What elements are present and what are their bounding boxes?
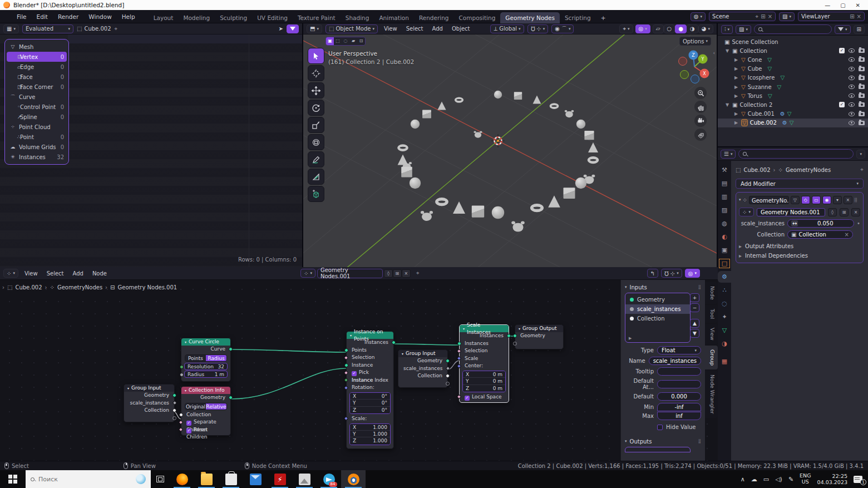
modifier-name-field[interactable]: GeometryNo...: [749, 196, 789, 204]
pick-instance-checkbox[interactable]: [352, 371, 357, 376]
curve-circle-mode-toggle[interactable]: PointsRadius: [185, 354, 227, 362]
outliner-mode-dropdown[interactable]: ▨▾: [736, 25, 751, 34]
geometry-node-editor[interactable]: ⁘▾ View Select Add Node ⁘▾ Geometry Node…: [0, 267, 718, 461]
outliner-row-icosphere[interactable]: ▶▽Icosphere▽: [718, 73, 868, 82]
new-copy-icon[interactable]: ⊞: [393, 269, 402, 278]
taskbar-store[interactable]: [219, 470, 243, 488]
node-scale-instances[interactable]: ▾Scale Instances Instances Instances Sel…: [459, 324, 509, 403]
hide-eye-icon[interactable]: [849, 67, 855, 71]
tab-compositing[interactable]: Compositing: [454, 12, 501, 23]
socket-virtual-output[interactable]: [172, 416, 176, 420]
shading-material-button[interactable]: ◑: [687, 24, 698, 33]
tool-select-box[interactable]: [308, 48, 324, 64]
tool-annotate[interactable]: [308, 151, 324, 167]
outliner-row-cube001[interactable]: ▶▽Cube.001⚙▽: [718, 110, 868, 119]
onedrive-icon[interactable]: ☁: [751, 476, 757, 483]
sidebar-tab-node-wrangler[interactable]: Node Wrangler: [705, 371, 718, 418]
dataset-row-curve[interactable]: ⌒Curve: [5, 92, 68, 102]
dataset-row-volume-grids[interactable]: ☁Volume Grids0: [5, 142, 68, 152]
type-dropdown[interactable]: Float▾: [657, 346, 701, 354]
properties-options-dropdown[interactable]: ▾: [856, 150, 865, 159]
taskbar-photos[interactable]: [292, 470, 317, 488]
inputs-panel-header[interactable]: ▾Inputs⣿: [625, 283, 701, 292]
viewport-instance-torus[interactable]: [588, 156, 599, 164]
scene-selector[interactable]: Scene ⌖ ⊞ ×: [709, 12, 776, 21]
pin-icon[interactable]: ⌖: [416, 270, 420, 277]
tab-rendering[interactable]: Rendering: [414, 12, 454, 23]
outliner-row-torus[interactable]: ▶▽Torus▽: [718, 91, 868, 100]
sidebar-tab-view[interactable]: View: [705, 324, 718, 344]
hide-eye-icon[interactable]: [849, 112, 855, 116]
editor-type-button[interactable]: ▦▾: [3, 24, 19, 33]
hide-eye-icon[interactable]: [849, 93, 855, 98]
editor-type-button[interactable]: ⁘▾: [3, 269, 18, 278]
node-instance-on-points[interactable]: ▾Instance on Points Instances Points Sel…: [346, 331, 394, 449]
object-eval-state-dropdown[interactable]: Evaluated▾: [22, 24, 73, 33]
dataset-row-control-point[interactable]: ◦Control Point0: [5, 102, 68, 112]
new-copy-icon[interactable]: ⊞: [840, 208, 849, 216]
nodetree-name-field[interactable]: Geometry Nodes.001: [317, 269, 383, 278]
snap-group[interactable]: Ω⊹▾: [527, 24, 549, 33]
reset-children-checkbox[interactable]: [186, 428, 191, 433]
unlink-icon[interactable]: ×: [402, 269, 411, 278]
tool-move[interactable]: [308, 82, 324, 98]
breadcrumb-modifier[interactable]: GeometryNodes: [786, 167, 831, 173]
viewlayer-selector[interactable]: ViewLayer ⊞ ×: [798, 12, 865, 21]
center-vector-fields[interactable]: X0 m Y0 m Z0 m: [462, 371, 506, 392]
dataset-row-point[interactable]: ∴Point0: [5, 132, 68, 142]
tab-uv-editing[interactable]: UV Editing: [252, 12, 293, 23]
expand-arrow[interactable]: ▶: [733, 120, 739, 125]
menu-edit[interactable]: Edit: [32, 12, 52, 22]
zoom-button[interactable]: [694, 87, 707, 99]
expand-arrow[interactable]: ▼: [724, 102, 730, 107]
expand-arrow[interactable]: ▼: [724, 48, 730, 53]
separate-children-checkbox[interactable]: [186, 421, 191, 426]
tab-object-data-icon[interactable]: ▽: [718, 324, 731, 336]
pin-scene-icon[interactable]: ⌖: [756, 13, 759, 20]
shading-wireframe-button[interactable]: ○: [664, 24, 675, 33]
render-camera-icon[interactable]: [859, 48, 865, 53]
viewport-instance-cone[interactable]: [533, 96, 541, 104]
min-value-field[interactable]: -inf: [657, 403, 701, 411]
tool-cursor[interactable]: [308, 65, 324, 81]
menu-view[interactable]: View: [22, 270, 41, 277]
tab-particles-icon[interactable]: ∴: [718, 284, 731, 296]
gizmo-neg-x-axis[interactable]: [679, 57, 687, 66]
menu-window[interactable]: Window: [84, 12, 116, 22]
render-camera-icon[interactable]: [859, 102, 865, 107]
mode-dropdown[interactable]: ⬚Object Mode▾: [326, 24, 378, 33]
menu-select[interactable]: Select: [44, 270, 67, 277]
shading-rendered-button[interactable]: ◕▾: [698, 24, 713, 33]
expand-arrow[interactable]: ▶: [733, 66, 739, 71]
breadcrumb-object[interactable]: Cube.002: [15, 284, 42, 290]
display-render-toggle[interactable]: ◉: [822, 196, 831, 204]
tab-viewlayer-icon[interactable]: ▨: [718, 204, 731, 216]
hide-eye-icon[interactable]: [849, 121, 855, 125]
tab-scripting[interactable]: Scripting: [560, 12, 596, 23]
render-camera-icon[interactable]: [859, 112, 865, 116]
collection-value-field[interactable]: ▣Collection×: [787, 230, 853, 239]
node-curve-circle[interactable]: ▾Curve Circle Curve PointsRadius Resolut…: [181, 338, 231, 382]
viewport-instance-cone[interactable]: [548, 195, 560, 208]
go-to-parent-nodetree-button[interactable]: ↰: [647, 269, 658, 278]
dataset-row-point-cloud[interactable]: ⁘Point Cloud: [5, 122, 68, 132]
viewport-instance-sphere[interactable]: [494, 91, 502, 98]
viewport-instance-cube[interactable]: [472, 205, 484, 217]
viewport-instance-cone[interactable]: [398, 155, 408, 165]
tooltip-field[interactable]: [657, 367, 701, 376]
render-camera-icon[interactable]: [859, 93, 865, 98]
input-item-geometry[interactable]: Geometry: [625, 295, 690, 304]
outliner-filter-dropdown[interactable]: ▾: [835, 25, 851, 34]
tab-texture-icon[interactable]: ▦: [718, 356, 731, 367]
proportional-editing-group[interactable]: ◉⌒▾: [551, 24, 574, 33]
taskbar-search[interactable]: [26, 470, 151, 488]
notification-icon[interactable]: 1: [854, 476, 862, 483]
tab-constraints-icon[interactable]: ✦: [718, 311, 731, 323]
outliner-search[interactable]: [754, 24, 832, 34]
outliner-row-cube002-selected[interactable]: ▶▽Cube.002⚙▽: [718, 119, 868, 127]
default-attribute-field[interactable]: [657, 380, 701, 388]
viewport-instance-torus[interactable]: [435, 198, 448, 206]
editor-type-button[interactable]: ⬒▾: [307, 24, 322, 33]
viewport-instance-sphere[interactable]: [575, 178, 586, 189]
expand-arrow[interactable]: ▶: [733, 85, 739, 90]
